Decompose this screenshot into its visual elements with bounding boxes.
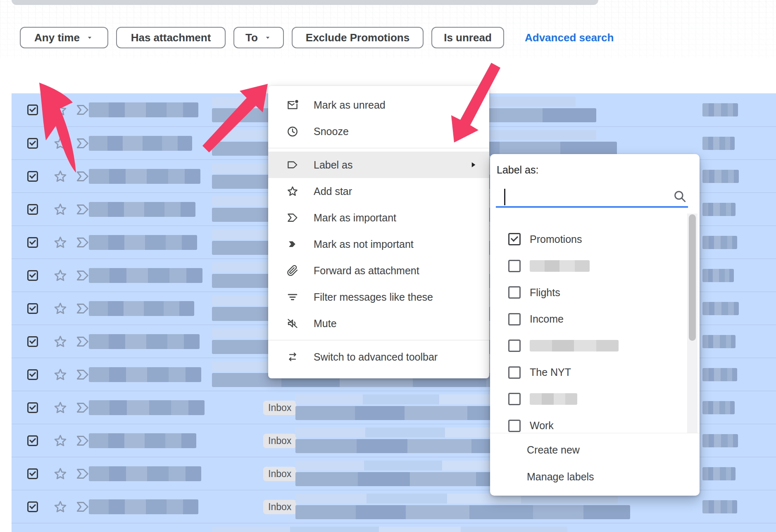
menu-item-snooze[interactable]: Snooze (268, 118, 489, 145)
row-checkbox[interactable] (27, 435, 38, 446)
blurred-sender-text (89, 268, 202, 283)
label-name: The NYT (530, 366, 571, 378)
importance-marker-icon[interactable] (75, 334, 90, 349)
filter-chip-is-unread[interactable]: Is unread (431, 27, 504, 48)
filter-chip-any-time[interactable]: Any time (20, 27, 108, 48)
row-checkbox[interactable] (27, 303, 38, 314)
importance-marker-icon[interactable] (75, 102, 90, 117)
star-icon[interactable] (53, 499, 68, 514)
star-icon[interactable] (53, 334, 68, 349)
row-checkbox[interactable] (27, 501, 38, 512)
menu-item-switch-to-advanced-toolbar[interactable]: Switch to advanced toolbar (268, 344, 489, 370)
add-star-icon (286, 185, 299, 197)
star-icon[interactable] (53, 367, 68, 382)
inbox-label-chip[interactable]: Inbox (263, 434, 296, 448)
row-checkbox[interactable] (27, 104, 38, 115)
blurred-date-text (702, 137, 735, 150)
label-option[interactable]: Income (490, 306, 700, 333)
blurred-label-name (530, 260, 590, 272)
importance-marker-icon[interactable] (75, 268, 90, 283)
row-checkbox[interactable] (27, 237, 38, 248)
label-checkbox[interactable] (508, 233, 521, 245)
importance-marker-icon[interactable] (75, 202, 90, 217)
menu-item-mark-as-important[interactable]: Mark as important (268, 204, 489, 231)
menu-item-forward-as-attachment[interactable]: Forward as attachment (268, 257, 489, 284)
label-checkbox[interactable] (508, 420, 521, 432)
label-option[interactable] (490, 253, 700, 280)
label-checkbox[interactable] (508, 313, 521, 325)
row-checkbox[interactable] (27, 369, 38, 380)
important-icon (286, 211, 299, 224)
inbox-label-chip[interactable]: Inbox (263, 467, 296, 481)
menu-item-mark-as-unread[interactable]: Mark as unread (268, 92, 489, 118)
menu-item-add-star[interactable]: Add star (268, 178, 489, 204)
blurred-subject-text (212, 527, 567, 532)
blurred-date-text (702, 302, 739, 315)
label-option[interactable]: Flights (490, 279, 700, 306)
row-checkbox[interactable] (27, 468, 38, 479)
row-checkbox[interactable] (27, 402, 38, 413)
label-option[interactable]: Promotions (490, 226, 700, 253)
label-option[interactable]: Work (490, 413, 700, 439)
create-new-label-button[interactable]: Create new (527, 444, 580, 456)
label-option[interactable]: The NYT (490, 359, 700, 386)
importance-marker-icon[interactable] (75, 367, 90, 382)
blurred-date-text (702, 170, 739, 183)
row-checkbox[interactable] (27, 204, 38, 215)
label-checkbox[interactable] (508, 260, 521, 272)
scrollbar-thumb[interactable] (689, 214, 696, 341)
star-icon[interactable] (53, 235, 68, 250)
blurred-sender-text (89, 334, 200, 349)
star-icon[interactable] (53, 400, 68, 415)
snooze-icon (286, 125, 299, 138)
advanced-search-link[interactable]: Advanced search (525, 31, 614, 44)
star-icon[interactable] (53, 202, 68, 217)
row-checkbox[interactable] (27, 270, 38, 281)
inbox-label-chip[interactable]: Inbox (263, 500, 296, 514)
star-icon[interactable] (53, 136, 68, 151)
importance-marker-icon[interactable] (75, 169, 90, 184)
label-name: Work (530, 420, 554, 432)
menu-item-label-as[interactable]: Label as (268, 152, 489, 178)
importance-marker-icon[interactable] (75, 301, 90, 316)
importance-marker-icon[interactable] (75, 136, 90, 151)
star-icon[interactable] (53, 169, 68, 184)
filter-chip-to[interactable]: To (233, 27, 284, 48)
filter-chip-has-attachment[interactable]: Has attachment (116, 27, 226, 48)
more-options-menu: Mark as unread Snooze Label as Add star … (268, 86, 489, 378)
star-icon[interactable] (53, 301, 68, 316)
label-search-input[interactable] (496, 186, 688, 208)
menu-item-filter-messages[interactable]: Filter messages like these (268, 284, 489, 310)
blurred-sender-text (89, 400, 205, 415)
label-checkbox[interactable] (508, 393, 521, 405)
label-checkbox[interactable] (508, 286, 521, 299)
email-row[interactable] (12, 523, 776, 532)
importance-marker-icon[interactable] (75, 235, 90, 250)
blurred-snippet-text (295, 505, 630, 519)
importance-marker-icon[interactable] (75, 433, 90, 448)
label-option[interactable] (490, 332, 700, 359)
filter-icon (286, 291, 299, 303)
importance-marker-icon[interactable] (75, 400, 90, 415)
menu-item-mark-as-not-important[interactable]: Mark as not important (268, 231, 489, 257)
label-checkbox[interactable] (508, 340, 521, 352)
star-icon[interactable] (53, 466, 68, 481)
importance-marker-icon[interactable] (75, 499, 90, 514)
row-checkbox[interactable] (27, 336, 38, 347)
label-checkbox[interactable] (508, 366, 521, 379)
importance-marker-icon[interactable] (75, 466, 90, 481)
label-option[interactable] (490, 386, 700, 413)
row-checkbox[interactable] (27, 171, 38, 182)
blurred-date-text (702, 467, 736, 480)
filter-chip-exclude-promotions[interactable]: Exclude Promotions (292, 27, 424, 48)
inbox-label-chip[interactable]: Inbox (263, 401, 296, 415)
star-icon[interactable] (53, 102, 68, 117)
text-caret (504, 189, 505, 205)
blurred-date-text (702, 434, 738, 447)
menu-item-mute[interactable]: Mute (268, 310, 489, 337)
manage-labels-button[interactable]: Manage labels (527, 471, 594, 483)
star-icon[interactable] (53, 268, 68, 283)
chip-label: To (245, 31, 258, 44)
row-checkbox[interactable] (27, 138, 38, 149)
star-icon[interactable] (53, 433, 68, 448)
